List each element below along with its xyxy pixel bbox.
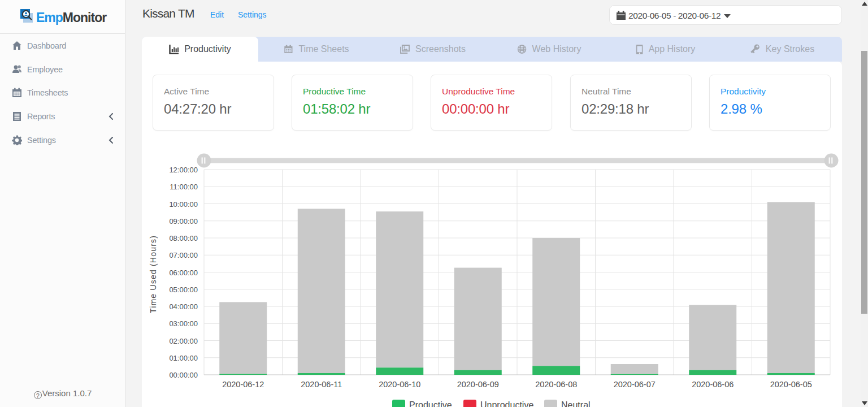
svg-text:2020-06-07: 2020-06-07 — [614, 380, 656, 389]
svg-text:2020-06-11: 2020-06-11 — [301, 380, 342, 389]
svg-text:2020-06-09: 2020-06-09 — [457, 380, 499, 389]
svg-text:09:00:00: 09:00:00 — [169, 217, 198, 226]
svg-text:04:00:00: 04:00:00 — [169, 302, 198, 311]
svg-text:12:00:00: 12:00:00 — [169, 166, 198, 174]
svg-text:08:00:00: 08:00:00 — [169, 234, 198, 243]
svg-text:2020-06-08: 2020-06-08 — [535, 380, 577, 389]
svg-text:01:00:00: 01:00:00 — [169, 354, 198, 362]
svg-text:02:00:00: 02:00:00 — [169, 337, 198, 345]
svg-text:Productive: Productive — [409, 400, 452, 407]
svg-text:2020-06-10: 2020-06-10 — [379, 380, 420, 389]
svg-text:Time Used (Hours): Time Used (Hours) — [149, 235, 158, 313]
svg-text:2020-06-06: 2020-06-06 — [692, 380, 734, 389]
svg-text:2020-06-12: 2020-06-12 — [222, 380, 264, 389]
svg-text:2020-06-05: 2020-06-05 — [770, 380, 812, 389]
svg-text:10:00:00: 10:00:00 — [169, 200, 198, 209]
svg-text:11:00:00: 11:00:00 — [170, 183, 198, 191]
svg-text:06:00:00: 06:00:00 — [169, 269, 198, 277]
svg-text:05:00:00: 05:00:00 — [169, 285, 198, 294]
svg-text:Unproductive: Unproductive — [480, 400, 533, 407]
svg-text:Neutral: Neutral — [561, 400, 591, 407]
svg-text:07:00:00: 07:00:00 — [169, 251, 198, 259]
svg-text:03:00:00: 03:00:00 — [169, 319, 198, 328]
svg-text:00:00:00: 00:00:00 — [169, 371, 198, 379]
